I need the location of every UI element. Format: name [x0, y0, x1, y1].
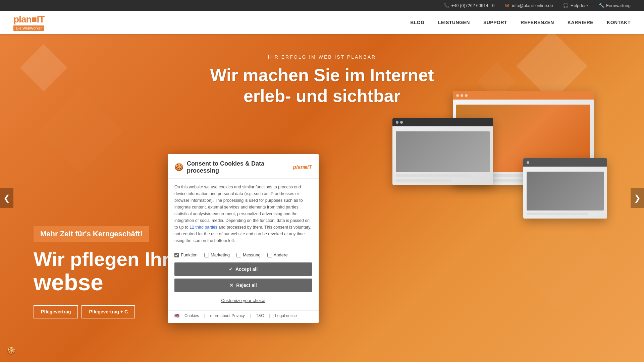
cookie-checkbox-messung: Messung [236, 252, 261, 257]
pflegevertrag-button[interactable]: Pflegevertrag [34, 305, 78, 318]
cookie-settings-icon[interactable]: 🍪 [7, 347, 16, 355]
mock-screen-2 [392, 118, 493, 185]
accept-all-button[interactable]: ✓ Accept all [174, 262, 312, 276]
cookie-checkbox-andere: Andere [267, 252, 288, 257]
slider-next-button[interactable]: ❯ [631, 188, 644, 208]
nav-links: BLOG LEISTUNGEN SUPPORT REFERENZEN KARRI… [410, 19, 631, 25]
hero-section: IHR ERFOLG IM WEB IST PLANBAR Wir machen… [0, 34, 644, 362]
nav-referenzen[interactable]: REFERENZEN [521, 20, 554, 25]
topbar: 📞 +49 (0)7262 60914 - 0 ✉ info@planit-on… [0, 0, 644, 11]
nav-support[interactable]: SUPPORT [483, 20, 507, 25]
tandc-link[interactable]: T&C [256, 313, 264, 318]
cookie-checkbox-marketing: Marketing [204, 252, 230, 257]
topbar-phone[interactable]: 📞 +49 (0)7262 60914 - 0 [444, 3, 494, 8]
cookie-footer: 🇬🇧 Cookies | more about Privacy | T&C | … [168, 310, 319, 323]
cookie-icon: 🍪 [174, 163, 183, 172]
topbar-fernwartung[interactable]: 🔧 Fernwartung [599, 3, 631, 8]
remote-icon: 🔧 [599, 3, 604, 8]
cookie-language-selector[interactable]: 🇬🇧 [174, 313, 179, 318]
nav-karriere[interactable]: KARRIERE [568, 20, 593, 25]
email-icon: ✉ [504, 3, 510, 8]
phone-icon: 📞 [444, 3, 449, 8]
slide-content: Mehr Zeit für's Kerngeschäft! Wir pflege… [34, 226, 180, 295]
privacy-link[interactable]: more about Privacy [210, 313, 245, 318]
cookie-checkboxes: Funktion Marketing Messung Andere [168, 249, 319, 262]
topbar-email[interactable]: ✉ info@planit-online.de [504, 3, 553, 8]
screens-container [376, 84, 610, 252]
legal-notice-link[interactable]: Legal notice [275, 313, 297, 318]
cookie-body: On this website we use cookies and simil… [168, 179, 319, 249]
nav-leistungen[interactable]: LEISTUNGEN [438, 20, 470, 25]
cookies-link[interactable]: Cookies [184, 313, 199, 318]
cookie-title: Consent to Cookies & Data processing [187, 160, 289, 174]
logo-text: plan■IT [13, 14, 44, 25]
mock-screen-3 [523, 158, 607, 219]
diamond-decoration-4 [38, 89, 123, 174]
slide-buttons: Pflegevertrag Pflegevertrag + C [34, 305, 135, 318]
nav-blog[interactable]: BLOG [410, 20, 424, 25]
slide-badge: Mehr Zeit für's Kerngeschäft! [34, 226, 149, 242]
navbar: plan■IT Die WebWorker BLOG LEISTUNGEN SU… [0, 11, 644, 34]
reject-all-button[interactable]: ✕ Reject all [174, 279, 312, 292]
headset-icon: 🎧 [563, 3, 569, 8]
messung-checkbox[interactable] [236, 253, 241, 257]
diamond-decoration-3 [20, 44, 67, 91]
logo[interactable]: plan■IT Die WebWorker [13, 14, 44, 31]
logo-subtitle: Die WebWorker [13, 25, 44, 31]
funktion-checkbox[interactable] [174, 253, 179, 257]
nav-kontakt[interactable]: KONTAKT [607, 20, 631, 25]
cookie-checkbox-funktion: Funktion [174, 252, 198, 257]
hero-subtitle: IHR ERFOLG IM WEB IST PLANBAR [268, 54, 376, 60]
pflegevertrag-plus-button[interactable]: Pflegevertrag + C [82, 305, 135, 318]
cookie-modal: 🍪 Consent to Cookies & Data processing p… [168, 154, 319, 323]
cookie-header-logo: plan■IT [293, 164, 312, 170]
slider-prev-button[interactable]: ❮ [0, 188, 13, 208]
customize-choice-button[interactable]: Customize your choice [168, 295, 319, 306]
slide-title: Wir pflegen Ihre webse [34, 248, 180, 295]
marketing-checkbox[interactable] [204, 253, 209, 257]
topbar-helpdesk[interactable]: 🎧 Helpdesk [563, 3, 589, 8]
third-parties-link[interactable]: 12 third parties [190, 225, 217, 230]
cookie-header: 🍪 Consent to Cookies & Data processing p… [168, 154, 319, 179]
andere-checkbox[interactable] [267, 253, 272, 257]
